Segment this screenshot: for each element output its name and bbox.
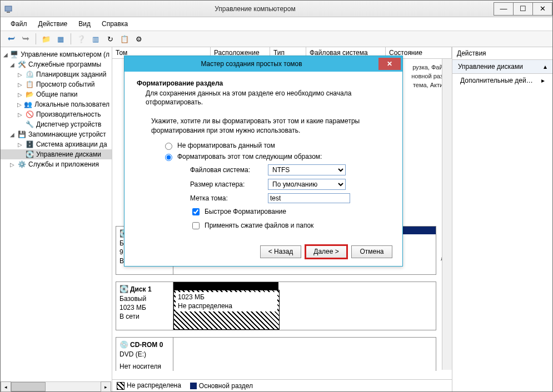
tree-scrollbar[interactable]: ◂ ▸ bbox=[1, 381, 111, 391]
wizard-dialog: Мастер создания простых томов ✕ Форматир… bbox=[124, 56, 403, 267]
tree-eventviewer[interactable]: ▷📋Просмотр событий bbox=[1, 79, 112, 89]
label-filesystem: Файловая система: bbox=[190, 166, 262, 174]
back-button[interactable]: ⮨ bbox=[5, 33, 17, 45]
next-button[interactable]: Далее > bbox=[306, 245, 347, 258]
row-allocation: Размер кластера: По умолчанию bbox=[190, 179, 390, 190]
disk-body[interactable]: 1023 МБ Не распределена bbox=[173, 282, 436, 330]
action-label: Дополнительные дей… bbox=[460, 77, 533, 84]
tree-devmgr[interactable]: 🔧Диспетчер устройств bbox=[1, 119, 112, 129]
wizard-title: Мастер создания простых томов bbox=[124, 60, 378, 68]
tree-label: Управление дисками bbox=[36, 150, 101, 158]
row-filesystem: Файловая система: NTFS bbox=[190, 164, 390, 175]
folder-icon[interactable]: 📁 bbox=[40, 33, 52, 45]
tree-sharedfolders[interactable]: ▷📂Общие папки bbox=[1, 89, 112, 99]
cancel-button[interactable]: Отмена bbox=[351, 245, 392, 258]
select-filesystem[interactable]: NTFS bbox=[268, 164, 346, 175]
peek-text: рузка, Файл bbox=[412, 63, 446, 72]
tree-storage[interactable]: ◢💾Запоминающие устройст bbox=[1, 129, 112, 139]
radio-no-format-input[interactable] bbox=[165, 143, 172, 150]
peek-text: тема, Актив bbox=[413, 81, 446, 89]
back-button[interactable]: < Назад bbox=[260, 245, 301, 258]
checkbox-label: Применять сжатие файлов и папок bbox=[205, 222, 313, 229]
minimize-button[interactable]: — bbox=[494, 2, 514, 16]
toolbar: ⮨ ⮩ 📁 ▦ ❔ ▥ ↻ 📋 ⚙ bbox=[1, 31, 552, 47]
input-volume-label[interactable] bbox=[268, 193, 350, 203]
forward-button[interactable]: ⮩ bbox=[19, 33, 32, 45]
close-button[interactable]: ✕ bbox=[532, 2, 552, 16]
tree-label: Управление компьютером (л bbox=[21, 51, 109, 58]
tree-label: Локальные пользовател bbox=[34, 100, 109, 108]
checkbox-compression[interactable] bbox=[192, 222, 200, 229]
action-more[interactable]: Дополнительные дей… ▸ bbox=[452, 74, 552, 87]
export-icon[interactable]: 📋 bbox=[118, 33, 131, 45]
row-quick-format[interactable]: Быстрое Форматирование bbox=[190, 207, 390, 217]
tree-label: Службы и приложения bbox=[28, 160, 99, 168]
disk-name: CD-ROM 0 bbox=[130, 341, 163, 349]
wizard-body: Форматирование раздела Для сохранения да… bbox=[124, 72, 402, 240]
menu-view[interactable]: Вид bbox=[73, 18, 96, 29]
help-icon[interactable]: ❔ bbox=[75, 33, 87, 45]
disk-size: 1023 МБ bbox=[119, 303, 170, 312]
action-diskmgmt[interactable]: Управление дисками ▴ bbox=[452, 60, 552, 74]
tree-localusers[interactable]: ▷👥Локальные пользовател bbox=[1, 99, 112, 109]
tree-services[interactable]: ▷⚙️Службы и приложения bbox=[1, 159, 112, 169]
menubar: Файл Действие Вид Справка bbox=[1, 17, 552, 31]
vol-size: 1023 МБ bbox=[178, 293, 275, 302]
volume-bar bbox=[173, 282, 278, 290]
action-label: Управление дисками bbox=[458, 63, 523, 71]
disk-body bbox=[173, 338, 436, 371]
menu-file[interactable]: Файл bbox=[5, 18, 33, 29]
separator bbox=[71, 33, 71, 44]
disk-status: Нет носителя bbox=[119, 362, 170, 371]
titlebar: Управление компьютером — ☐ ✕ bbox=[1, 1, 552, 17]
tree-label: Диспетчер устройств bbox=[36, 120, 101, 128]
maximize-button[interactable]: ☐ bbox=[513, 2, 533, 16]
tree-panel: ◢🖥️Управление компьютером (л ◢🛠️Служебны… bbox=[1, 47, 112, 391]
disk-header: 💽Диск 1 Базовый 1023 МБ В сети bbox=[116, 282, 173, 330]
tree-backup[interactable]: ▷🗄️Система архивации да bbox=[1, 139, 112, 149]
tree-diskmgmt[interactable]: 💽Управление дисками bbox=[1, 149, 112, 159]
vertical-scrollbar[interactable] bbox=[442, 59, 452, 370]
checkbox-quick-format[interactable] bbox=[192, 208, 200, 215]
select-allocation[interactable]: По умолчанию bbox=[268, 179, 346, 190]
legend-label: Основной раздел bbox=[199, 382, 253, 390]
tree-label: Планировщик заданий bbox=[36, 71, 106, 78]
vol-state: Не распределена bbox=[178, 302, 275, 311]
scroll-thumb[interactable] bbox=[11, 382, 46, 391]
wizard-subtitle: Для сохранения данных на этом разделе ег… bbox=[146, 89, 390, 107]
radio-format[interactable]: Форматировать этот том следующим образом… bbox=[162, 152, 390, 161]
separator bbox=[36, 33, 36, 44]
properties-icon[interactable]: ▦ bbox=[54, 33, 67, 45]
actions-panel: Действия Управление дисками ▴ Дополнител… bbox=[452, 47, 552, 391]
wizard-close-button[interactable]: ✕ bbox=[378, 58, 401, 70]
legend-swatch-primary bbox=[190, 383, 197, 389]
tree-root[interactable]: ◢🖥️Управление компьютером (л bbox=[1, 49, 112, 59]
tree-perf[interactable]: ▷🚫Производительность bbox=[1, 109, 112, 119]
scroll-left-button[interactable]: ◂ bbox=[1, 381, 11, 392]
refresh-icon[interactable]: ↻ bbox=[104, 33, 116, 45]
legend-label: Не распределена bbox=[127, 381, 181, 389]
scroll-right-button[interactable]: ▸ bbox=[101, 381, 111, 392]
checkbox-label: Быстрое Форматирование bbox=[205, 208, 286, 215]
tree-utilities[interactable]: ◢🛠️Служебные программы bbox=[1, 59, 112, 69]
disk-name: Диск 1 bbox=[130, 285, 152, 293]
settings-icon[interactable]: ⚙ bbox=[133, 33, 145, 45]
label-allocation: Размер кластера: bbox=[190, 180, 262, 188]
svg-rect-1 bbox=[7, 12, 10, 13]
disk-row[interactable]: 💽Диск 1 Базовый 1023 МБ В сети 1023 МБ Н… bbox=[116, 282, 436, 330]
row-compression[interactable]: Применять сжатие файлов и папок bbox=[190, 220, 390, 231]
radio-label: Форматировать этот том следующим образом… bbox=[177, 153, 322, 160]
tree-label: Производительность bbox=[36, 110, 101, 118]
view-icon[interactable]: ▥ bbox=[89, 33, 102, 45]
actions-header: Действия bbox=[452, 47, 552, 60]
disk-row[interactable]: 💿CD-ROM 0 DVD (E:) Нет носителя bbox=[116, 337, 436, 371]
radio-no-format[interactable]: Не форматировать данный том bbox=[162, 141, 390, 150]
tree-label: Система архивации да bbox=[36, 140, 107, 148]
tree-scheduler[interactable]: ▷⏲️Планировщик заданий bbox=[1, 69, 112, 79]
disk-type: DVD (E:) bbox=[119, 350, 170, 359]
menu-action[interactable]: Действие bbox=[33, 18, 73, 29]
wizard-titlebar[interactable]: Мастер создания простых томов ✕ bbox=[124, 56, 402, 72]
unallocated-region[interactable]: 1023 МБ Не распределена bbox=[173, 290, 280, 330]
menu-help[interactable]: Справка bbox=[96, 18, 133, 29]
radio-format-input[interactable] bbox=[165, 154, 172, 161]
